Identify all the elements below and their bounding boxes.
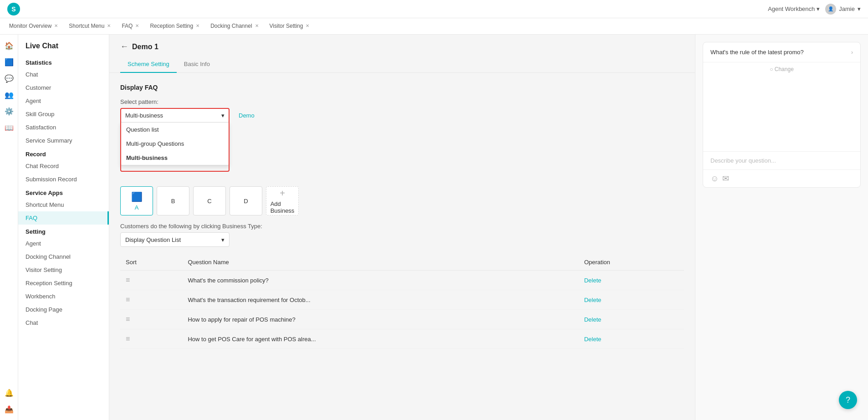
col-operation: Operation — [579, 254, 684, 271]
emoji-icon[interactable]: ☺ — [710, 174, 719, 184]
sidebar-item-agent[interactable]: Agent — [18, 94, 109, 108]
action-select-chevron: ▾ — [221, 236, 225, 243]
pattern-label: Select pattern: — [120, 98, 684, 105]
add-business-button[interactable]: + AddBusiness — [266, 186, 299, 215]
tab-monitor-overview[interactable]: Monitor Overview ✕ — [4, 18, 63, 34]
tab-label: Shortcut Menu — [69, 23, 104, 29]
agent-workbench-label: Agent Workbench — [768, 5, 815, 12]
chat-question-item[interactable]: What's the rule of the latest promo? › — [703, 42, 860, 62]
settings-icon[interactable]: ⚙️ — [2, 104, 16, 118]
upload-icon[interactable]: 📤 — [2, 402, 16, 416]
tab-scheme-setting[interactable]: Scheme Setting — [120, 57, 177, 73]
form-area: Display FAQ Select pattern: Multi-busine… — [109, 73, 695, 360]
avatar: 👤 — [825, 4, 836, 15]
tab-shortcut-menu[interactable]: Shortcut Menu ✕ — [63, 18, 116, 34]
tab-faq[interactable]: FAQ ✕ — [116, 18, 144, 34]
col-sort: Sort — [120, 254, 182, 271]
sidebar-title: Live Chat — [18, 42, 109, 56]
users-icon[interactable]: 👥 — [2, 87, 16, 102]
chat-chevron-icon: › — [851, 49, 853, 56]
page-title: Demo 1 — [132, 43, 158, 51]
main-layout: 🏠 🟦 💬 👥 ⚙️ 📖 🔔 📤 Live Chat Statistics Ch… — [0, 35, 868, 420]
back-button[interactable]: ← — [120, 42, 128, 51]
tab-basic-info[interactable]: Basic Info — [177, 57, 217, 73]
drag-handle[interactable]: ≡ — [126, 276, 130, 284]
sidebar-item-chat-record[interactable]: Chat Record — [18, 159, 109, 173]
tab-reception-setting[interactable]: Reception Setting ✕ — [144, 18, 205, 34]
drag-handle[interactable]: ≡ — [126, 296, 130, 303]
agent-workbench-menu[interactable]: Agent Workbench ▾ — [768, 5, 820, 12]
dashboard-icon[interactable]: 🟦 — [2, 55, 16, 69]
sidebar-item-service-summary[interactable]: Service Summary — [18, 134, 109, 147]
sidebar-item-docking-page[interactable]: Docking Page — [18, 303, 109, 316]
action-select[interactable]: Display Question List ▾ — [120, 232, 230, 247]
close-icon[interactable]: ✕ — [196, 23, 199, 28]
content-main: ← Demo 1 Scheme Setting Basic Info Displ… — [109, 35, 868, 420]
table-row: ≡ How to get POS Care for agent with POS… — [120, 329, 684, 349]
tab-visitor-setting[interactable]: Visitor Setting ✕ — [264, 18, 315, 34]
pattern-select[interactable]: Multi-business ▾ — [120, 108, 230, 123]
user-info[interactable]: 👤 Jamie ▾ — [825, 4, 861, 15]
questions-table: Sort Question Name Operation ≡ What's th… — [120, 254, 684, 349]
drag-handle[interactable]: ≡ — [126, 335, 130, 343]
close-icon[interactable]: ✕ — [306, 23, 309, 28]
biz-tab-b[interactable]: B — [157, 186, 189, 215]
sidebar-item-shortcut-menu[interactable]: Shortcut Menu — [18, 198, 109, 211]
dropdown-item-question-list[interactable]: Question list — [121, 123, 229, 137]
close-icon[interactable]: ✕ — [107, 23, 111, 28]
form-scroll: ← Demo 1 Scheme Setting Basic Info Displ… — [109, 35, 695, 420]
select-chevron: ▾ — [221, 112, 225, 119]
demo-link[interactable]: Demo — [239, 112, 255, 119]
delete-button[interactable]: Delete — [584, 316, 602, 323]
close-icon[interactable]: ✕ — [255, 23, 259, 28]
sidebar-item-customer[interactable]: Customer — [18, 81, 109, 94]
sidebar-item-chat[interactable]: Chat — [18, 68, 109, 81]
sidebar-item-setting-agent[interactable]: Agent — [18, 237, 109, 250]
display-faq-label: Display FAQ — [120, 84, 684, 91]
chat-change[interactable]: ○ Change — [703, 62, 860, 76]
tab-bar: Monitor Overview ✕ Shortcut Menu ✕ FAQ ✕… — [0, 18, 868, 35]
chat-icon-sidebar[interactable]: 💬 — [2, 71, 16, 86]
chat-toolbar: ☺ ✉ — [703, 169, 860, 187]
attachment-icon[interactable]: ✉ — [722, 174, 729, 184]
delete-button[interactable]: Delete — [584, 297, 602, 303]
help-button[interactable]: ? — [839, 391, 857, 409]
biz-tab-c-label: C — [207, 198, 211, 205]
top-bar-right: Agent Workbench ▾ 👤 Jamie ▾ — [768, 4, 861, 15]
section-setting: Setting — [18, 225, 109, 237]
biz-tab-b-label: B — [171, 198, 175, 205]
book-icon[interactable]: 📖 — [2, 120, 16, 135]
agent-workbench-chevron: ▾ — [817, 5, 820, 12]
sidebar-item-submission-record[interactable]: Submission Record — [18, 173, 109, 186]
chat-preview: What's the rule of the latest promo? › ○… — [703, 42, 861, 188]
sidebar-item-docking-channel[interactable]: Docking Channel — [18, 250, 109, 263]
close-icon[interactable]: ✕ — [135, 23, 139, 28]
sidebar-item-skill-group[interactable]: Skill Group — [18, 108, 109, 121]
tab-label: Docking Channel — [210, 23, 252, 29]
home-icon[interactable]: 🏠 — [2, 38, 16, 53]
tab-docking-channel[interactable]: Docking Channel ✕ — [205, 18, 264, 34]
icon-sidebar: 🏠 🟦 💬 👥 ⚙️ 📖 🔔 📤 — [0, 35, 18, 420]
sidebar-item-faq[interactable]: FAQ — [18, 211, 109, 225]
dropdown-item-multi-group[interactable]: Multi-group Questions — [121, 137, 229, 151]
pattern-select-row: Multi-business ▾ Question list Multi-gro… — [120, 108, 684, 123]
dropdown-item-multi-business[interactable]: Multi-business — [121, 151, 229, 165]
sidebar-item-workbench[interactable]: Workbench — [18, 290, 109, 303]
sidebar-item-reception-setting[interactable]: Reception Setting — [18, 277, 109, 290]
sidebar-item-satisfaction[interactable]: Satisfaction — [18, 121, 109, 134]
delete-button[interactable]: Delete — [584, 277, 602, 284]
content-tabs: Scheme Setting Basic Info — [109, 57, 695, 73]
drag-handle[interactable]: ≡ — [126, 315, 130, 323]
delete-button[interactable]: Delete — [584, 336, 602, 343]
question-text: What's the transaction requirement for O… — [182, 290, 578, 310]
tab-label: Visitor Setting — [270, 23, 303, 29]
bell-icon[interactable]: 🔔 — [2, 385, 16, 400]
biz-tab-a[interactable]: 🟦 A — [120, 186, 153, 215]
biz-tab-d[interactable]: D — [230, 186, 262, 215]
page-header: ← Demo 1 — [109, 35, 695, 51]
close-icon[interactable]: ✕ — [54, 23, 58, 28]
sidebar-item-chat-setting[interactable]: Chat — [18, 316, 109, 329]
biz-tab-c[interactable]: C — [193, 186, 226, 215]
sidebar-item-visitor-setting[interactable]: Visitor Setting — [18, 263, 109, 277]
tab-label: Reception Setting — [150, 23, 193, 29]
